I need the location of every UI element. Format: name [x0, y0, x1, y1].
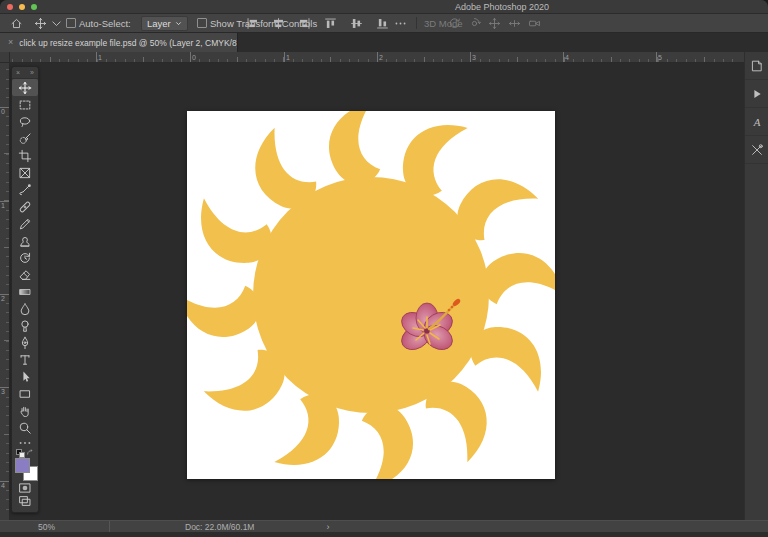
divider — [416, 17, 417, 29]
panel-dock: A — [744, 52, 768, 520]
blur-tool[interactable] — [12, 300, 38, 317]
panel-actions[interactable] — [745, 80, 768, 108]
align-left-icon[interactable] — [246, 14, 259, 32]
home-icon[interactable] — [10, 14, 23, 32]
horizontal-ruler[interactable]: 1012345 — [10, 52, 744, 63]
ruler-label: 1 — [1, 202, 5, 209]
ruler-label: 3 — [1, 388, 5, 395]
swap-colors-icon[interactable] — [26, 449, 34, 457]
document-tab[interactable]: × click up resize example file.psd @ 50%… — [0, 33, 238, 52]
clone-stamp-tool[interactable] — [12, 232, 38, 249]
align-middle-icon[interactable] — [350, 14, 363, 32]
pan3d-icon[interactable] — [488, 14, 501, 32]
tools-panel-collapse-icon[interactable]: » — [30, 69, 34, 76]
marquee-tool[interactable] — [12, 96, 38, 113]
ruler-label: 2 — [1, 295, 5, 302]
zoom-tool[interactable] — [12, 419, 38, 436]
zoom-level-field[interactable]: 50% — [0, 521, 110, 532]
ruler-label: 1 — [98, 54, 102, 61]
work-area: 1012345 01234 — [0, 52, 768, 520]
roll3d-icon[interactable] — [468, 14, 481, 32]
ruler-tick — [190, 52, 191, 62]
eraser-tool[interactable] — [12, 266, 38, 283]
move-tool[interactable] — [12, 79, 38, 96]
sun-artwork — [187, 111, 555, 479]
checkbox-box — [66, 18, 76, 28]
ruler-tick — [470, 52, 471, 62]
ruler-label: 4 — [1, 482, 5, 489]
tools-panel-header: × » — [12, 67, 38, 79]
auto-select-label: Auto-Select: — [79, 18, 131, 29]
window-close-button[interactable] — [7, 4, 13, 10]
ruler-tick — [563, 52, 564, 62]
ruler-tick — [377, 52, 378, 62]
eyedropper-tool[interactable] — [12, 181, 38, 198]
type-tool[interactable] — [12, 351, 38, 368]
orbit3d-icon[interactable] — [448, 14, 461, 32]
document-tab-title: click up resize example file.psd @ 50% (… — [19, 38, 238, 48]
default-colors-icon[interactable] — [16, 449, 24, 457]
dodge-tool[interactable] — [12, 317, 38, 334]
color-swatches — [12, 449, 38, 481]
vertical-ruler[interactable]: 01234 — [0, 63, 10, 520]
align-more-icon[interactable] — [394, 14, 407, 32]
history-brush-tool[interactable] — [12, 249, 38, 266]
panel-tool-presets[interactable] — [745, 136, 768, 164]
ruler-label: 0 — [192, 54, 196, 61]
frame-tool[interactable] — [12, 164, 38, 181]
align-center-h-icon[interactable] — [272, 14, 285, 32]
chevron-down-icon — [175, 20, 182, 27]
chevron-down-icon[interactable] — [50, 14, 63, 32]
ruler-label: 0 — [1, 108, 5, 115]
ruler-label: 2 — [379, 54, 383, 61]
panel-character[interactable]: A — [745, 108, 768, 136]
tools-panel-close-icon[interactable]: × — [16, 69, 20, 76]
auto-select-checkbox[interactable]: Auto-Select: — [66, 14, 131, 32]
slide3d-icon[interactable] — [508, 14, 521, 32]
auto-select-target-dropdown[interactable]: Layer — [141, 14, 188, 32]
dropdown-value: Layer — [147, 18, 171, 29]
window-title: Adobe Photoshop 2020 — [455, 2, 549, 12]
status-bar: 50% Doc: 22.0M/60.1M › — [0, 520, 768, 532]
photoshop-window: Adobe Photoshop 2020 Auto-Select: Layer … — [0, 0, 768, 537]
lasso-tool[interactable] — [12, 113, 38, 130]
brush-tool[interactable] — [12, 215, 38, 232]
canvas[interactable] — [187, 111, 555, 479]
checkbox-box — [197, 18, 207, 28]
pen-tool[interactable] — [12, 334, 38, 351]
ruler-label: 5 — [658, 54, 662, 61]
ruler-tick — [96, 52, 97, 62]
ruler-label: 3 — [472, 54, 476, 61]
quick-mask-icon[interactable] — [12, 481, 38, 494]
dolly3d-icon[interactable] — [528, 14, 541, 32]
path-selection-tool[interactable] — [12, 368, 38, 385]
window-minimize-button[interactable] — [19, 4, 25, 10]
healing-brush-tool[interactable] — [12, 198, 38, 215]
tab-close-icon[interactable]: × — [8, 38, 13, 47]
crop-tool[interactable] — [12, 147, 38, 164]
shape-tool[interactable] — [12, 385, 38, 402]
hand-tool[interactable] — [12, 402, 38, 419]
status-options-chevron-icon[interactable]: › — [326, 522, 329, 532]
gradient-tool[interactable] — [12, 283, 38, 300]
tab-row: × click up resize example file.psd @ 50%… — [0, 33, 768, 52]
align-bottom-icon[interactable] — [376, 14, 389, 32]
screen-mode-icon[interactable] — [12, 494, 38, 507]
move-tool-preset-icon[interactable] — [34, 14, 47, 32]
object-selection-tool[interactable] — [12, 130, 38, 147]
ruler-corner[interactable] — [0, 52, 10, 63]
tools-panel: × » — [11, 66, 39, 513]
align-right-icon[interactable] — [298, 14, 311, 32]
ruler-label: 1 — [286, 54, 290, 61]
panel-libraries[interactable] — [745, 52, 768, 80]
foreground-color-swatch[interactable] — [15, 458, 30, 473]
window-zoom-button[interactable] — [31, 4, 37, 10]
sun-circle — [253, 177, 489, 413]
titlebar: Adobe Photoshop 2020 — [0, 0, 768, 14]
edit-toolbar-icon[interactable] — [12, 436, 38, 449]
options-bar: Auto-Select: Layer Show Transform Contro… — [0, 14, 768, 33]
ruler-tick — [284, 52, 285, 62]
doc-size-info: Doc: 22.0M/60.1M — [185, 522, 254, 532]
align-top-icon[interactable] — [324, 14, 337, 32]
ruler-label: 4 — [565, 54, 569, 61]
